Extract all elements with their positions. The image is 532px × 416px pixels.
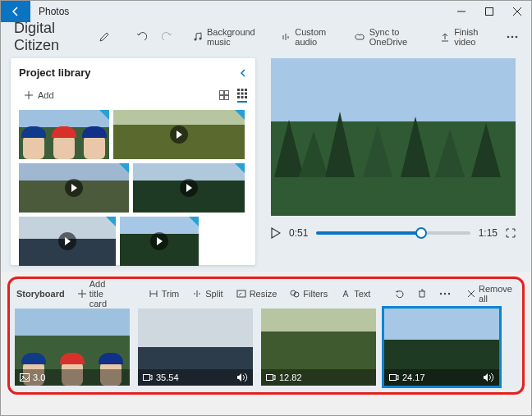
undo-icon <box>135 31 147 43</box>
resize-icon <box>236 290 246 298</box>
rotate-icon <box>395 289 405 299</box>
svg-rect-19 <box>245 96 247 98</box>
svg-point-3 <box>200 38 202 40</box>
redo-button[interactable] <box>157 28 178 46</box>
filters-icon <box>290 290 300 298</box>
resize-button[interactable]: Resize <box>232 286 282 301</box>
play-button[interactable] <box>271 227 281 239</box>
add-media-button[interactable]: Add <box>19 87 59 103</box>
remove-all-button[interactable]: Remove all <box>462 281 517 306</box>
text-icon <box>341 290 351 298</box>
video-icon <box>266 373 276 382</box>
project-title: Digital Citizen <box>9 20 89 54</box>
clip-footer: 35.54 <box>138 369 253 386</box>
library-thumb[interactable] <box>19 217 116 266</box>
library-thumb[interactable] <box>133 163 245 213</box>
text-label: Text <box>354 289 370 299</box>
seek-bar[interactable] <box>316 231 470 235</box>
project-library-panel: Project library Add <box>11 58 255 265</box>
library-thumb[interactable] <box>113 110 245 159</box>
more-button[interactable] <box>502 32 523 42</box>
current-time: 0:51 <box>289 227 308 239</box>
svg-rect-16 <box>245 92 247 94</box>
volume-icon[interactable] <box>483 373 494 382</box>
sync-button[interactable]: Sync to OneDrive <box>349 24 430 50</box>
trim-button[interactable]: Trim <box>144 286 185 301</box>
sync-label: Sync to OneDrive <box>369 27 425 47</box>
remove-all-label: Remove all <box>479 284 512 304</box>
video-icon <box>143 373 153 382</box>
split-icon <box>192 290 202 298</box>
rename-button[interactable] <box>94 28 115 46</box>
close-button[interactable] <box>503 1 531 22</box>
trim-label: Trim <box>162 289 180 299</box>
video-preview[interactable] <box>271 58 516 216</box>
clip-footer: 3.0 <box>15 369 130 386</box>
fullscreen-button[interactable] <box>506 228 516 238</box>
svg-point-2 <box>195 39 197 41</box>
more-icon <box>507 35 518 39</box>
background-music-label: Background music <box>207 27 266 47</box>
clip-duration: 35.54 <box>156 373 179 382</box>
split-label: Split <box>205 289 222 299</box>
trim-icon <box>149 290 158 298</box>
text-button[interactable]: Text <box>336 286 375 301</box>
svg-rect-30 <box>390 375 397 381</box>
svg-rect-17 <box>237 96 240 98</box>
cloud-icon <box>354 32 365 42</box>
audio-wrench-icon <box>281 32 291 42</box>
storyboard-title: Storyboard <box>15 289 70 299</box>
filters-label: Filters <box>303 289 328 299</box>
custom-audio-button[interactable]: Custom audio <box>276 24 343 50</box>
collapse-library-button[interactable] <box>239 69 247 77</box>
project-library-heading: Project library <box>19 66 239 79</box>
preview-pane: 0:51 1:15 <box>255 52 531 272</box>
filters-button[interactable]: Filters <box>285 286 332 301</box>
svg-rect-28 <box>144 375 150 381</box>
grid-small-button[interactable] <box>237 89 247 103</box>
svg-point-4 <box>507 36 510 39</box>
close-icon <box>467 290 475 298</box>
volume-icon[interactable] <box>236 373 248 382</box>
library-thumb[interactable] <box>19 110 109 159</box>
finish-video-button[interactable]: Finish video <box>435 24 497 50</box>
add-title-card-button[interactable]: Add title card <box>73 277 127 311</box>
svg-rect-29 <box>267 375 273 381</box>
grid-large-button[interactable] <box>219 90 229 100</box>
svg-rect-10 <box>225 96 229 100</box>
delete-button[interactable] <box>413 286 431 301</box>
player-controls: 0:51 1:15 <box>271 227 516 239</box>
library-thumbnails <box>19 110 247 266</box>
storyboard-clip[interactable]: 24.17 <box>384 309 499 386</box>
content-area: Project library Add <box>1 52 531 272</box>
clip-duration: 12.82 <box>279 373 302 382</box>
rotate-button[interactable] <box>390 286 410 301</box>
svg-rect-7 <box>220 91 224 95</box>
clip-footer: 24.17 <box>384 369 499 386</box>
clip-footer: 12.82 <box>261 369 376 386</box>
custom-audio-label: Custom audio <box>295 27 338 47</box>
trash-icon <box>418 289 426 299</box>
storyboard-clip[interactable]: 35.54 <box>138 309 253 386</box>
svg-point-23 <box>440 293 442 295</box>
svg-rect-15 <box>241 92 244 94</box>
svg-rect-1 <box>486 8 493 16</box>
svg-rect-11 <box>237 89 240 91</box>
storyboard-clip[interactable]: 12.82 <box>261 309 376 386</box>
maximize-button[interactable] <box>475 1 503 22</box>
minimize-button[interactable] <box>447 1 475 22</box>
video-icon <box>389 373 399 382</box>
library-thumb[interactable] <box>120 217 199 266</box>
library-thumb[interactable] <box>19 163 129 213</box>
storyboard-clips: 3.035.5412.8224.17 <box>15 309 517 386</box>
music-icon <box>193 32 203 42</box>
storyboard-panel: Storyboard Add title card Trim Split Res… <box>7 277 525 395</box>
clip-more-button[interactable] <box>434 290 456 298</box>
split-button[interactable]: Split <box>187 286 227 301</box>
storyboard-clip[interactable]: 3.0 <box>15 309 130 386</box>
add-title-card-label: Add title card <box>89 279 122 309</box>
pencil-icon <box>99 31 110 43</box>
undo-button[interactable] <box>131 28 152 46</box>
svg-rect-20 <box>237 290 245 297</box>
background-music-button[interactable]: Background music <box>188 24 271 50</box>
